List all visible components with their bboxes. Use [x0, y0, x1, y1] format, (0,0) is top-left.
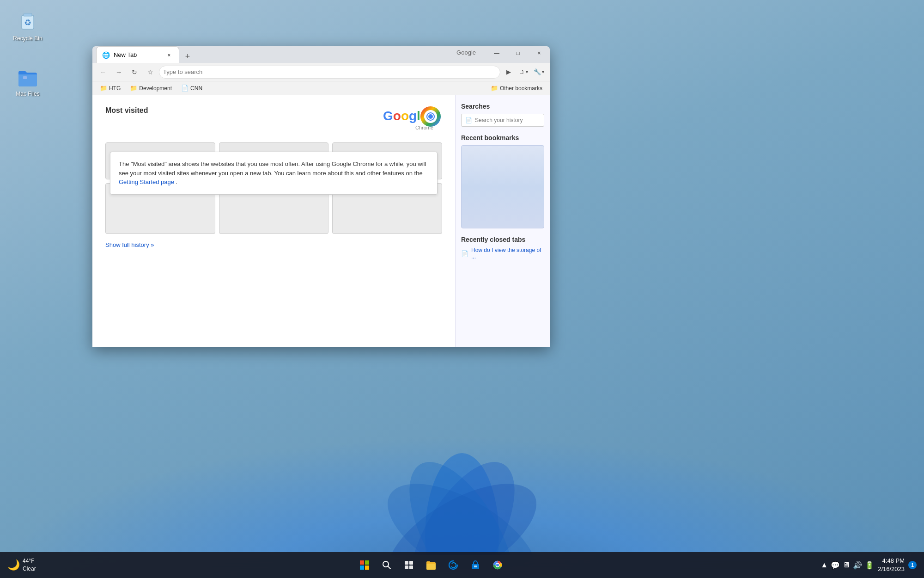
most-visited-tooltip: The "Most visited" area shows the websit… — [110, 152, 438, 195]
recent-bookmarks-title: Recent bookmarks — [461, 134, 544, 141]
thumbnail-grid-top: The "Most visited" area shows the websit… — [105, 142, 442, 179]
svg-rect-19 — [365, 566, 369, 570]
display-icon[interactable]: 🖥 — [843, 561, 850, 569]
weather-widget[interactable]: 🌙 44°F Clear — [7, 557, 36, 573]
search-history-input[interactable] — [475, 117, 544, 123]
searches-section: Searches 📄 — [461, 103, 544, 127]
tooltip-text: The "Most visited" area shows the websit… — [119, 160, 426, 177]
tab-favicon: 🌐 — [102, 51, 110, 59]
other-bookmarks-folder-icon: 📁 — [491, 85, 498, 92]
search-taskbar-button[interactable] — [377, 555, 397, 575]
minimize-button[interactable]: — — [486, 46, 507, 60]
window-controls: — □ × — [486, 46, 550, 60]
section-most-visited: Most visited — [105, 106, 148, 120]
desktop-icon-recycle-bin[interactable]: ♻ Recycle Bin — [9, 9, 46, 43]
svg-rect-25 — [409, 566, 413, 569]
cnn-label: CNN — [190, 85, 202, 92]
searches-title: Searches — [461, 103, 544, 110]
recent-bookmarks-section: Recent bookmarks — [461, 134, 544, 228]
browser-title-label: Google — [456, 49, 476, 56]
file-explorer-button[interactable] — [421, 555, 441, 575]
title-bar: 🌐 New Tab × + Google — □ × — [92, 46, 550, 63]
new-tab-button[interactable]: + — [181, 50, 194, 63]
task-view-button[interactable] — [399, 555, 419, 575]
volume-icon[interactable]: 🔊 — [853, 561, 862, 570]
main-content-area: Most visited Google — [92, 95, 455, 347]
weather-icon: 🌙 — [7, 559, 20, 571]
svg-point-14 — [428, 114, 433, 119]
recently-closed-title: Recently closed tabs — [461, 236, 544, 243]
desktop-icon-mac-files[interactable]: Mac Files — [9, 65, 46, 99]
chrome-logo-area: Google — [382, 103, 442, 137]
recycle-bin-icon: ♻ — [17, 11, 39, 33]
chat-icon[interactable]: 💬 — [831, 561, 840, 570]
bookmark-htg[interactable]: 📁 HTG — [96, 83, 124, 93]
tab-close-btn[interactable]: × — [165, 51, 173, 59]
svg-point-30 — [496, 564, 499, 566]
taskbar-clock[interactable]: 4:48 PM 2/16/2023 — [878, 557, 905, 573]
bookmark-cnn[interactable]: 📄 CNN — [177, 83, 206, 93]
new-page-button[interactable]: 🗋 ▾ — [517, 66, 530, 79]
close-button[interactable]: × — [529, 46, 550, 60]
most-visited-title: Most visited — [105, 106, 148, 115]
chevron-up-icon[interactable]: ▲ — [821, 561, 828, 569]
svg-point-6 — [371, 463, 553, 555]
svg-point-8 — [371, 463, 553, 555]
system-tray[interactable]: ▲ 💬 🖥 🔊 🔋 — [821, 561, 874, 570]
htg-folder-icon: 📁 — [100, 85, 107, 92]
svg-rect-24 — [405, 566, 408, 569]
other-bookmarks[interactable]: 📁 Other bookmarks — [487, 83, 546, 93]
closed-tab-icon: 📄 — [461, 250, 468, 257]
address-input[interactable] — [163, 68, 496, 75]
cnn-page-icon: 📄 — [181, 85, 188, 92]
battery-icon[interactable]: 🔋 — [865, 561, 874, 570]
maximize-button[interactable]: □ — [507, 46, 529, 60]
development-label: Development — [139, 85, 172, 92]
svg-text:Chrome: Chrome — [415, 125, 433, 130]
current-date: 2/16/2023 — [878, 565, 905, 573]
settings-button[interactable]: 🔧 ▾ — [532, 66, 546, 79]
address-bar-container[interactable] — [159, 66, 500, 79]
closed-tab-item[interactable]: 📄 How do I view the storage of ... — [461, 247, 544, 260]
nav-bar: ← → ↻ ☆ ▶ 🗋 ▾ 🔧 ▾ — [92, 63, 550, 81]
svg-point-5 — [389, 446, 536, 555]
bookmark-development[interactable]: 📁 Development — [126, 83, 176, 93]
htg-label: HTG — [109, 85, 121, 92]
svg-rect-1 — [24, 13, 32, 16]
search-history-box[interactable]: 📄 — [461, 114, 544, 127]
getting-started-link[interactable]: Getting Started page — [119, 178, 174, 185]
svg-rect-22 — [405, 561, 408, 565]
mac-files-label: Mac Files — [16, 91, 39, 97]
store-button[interactable] — [465, 555, 486, 575]
svg-rect-16 — [360, 560, 364, 565]
svg-rect-18 — [360, 566, 364, 570]
temperature: 44°F — [23, 557, 36, 565]
chrome-taskbar-button[interactable] — [487, 555, 508, 575]
bookmarks-bar: 📁 HTG 📁 Development 📄 CNN 📁 Other bookma… — [92, 81, 550, 95]
taskbar-center — [354, 555, 508, 575]
forward-button[interactable]: → — [112, 65, 126, 79]
back-button[interactable]: ← — [96, 65, 110, 79]
bookmark-button[interactable]: ☆ — [143, 65, 157, 79]
svg-rect-17 — [365, 560, 369, 565]
notification-badge[interactable]: 1 — [908, 561, 917, 569]
show-history-link[interactable]: Show full history » — [105, 241, 154, 248]
weather-condition: Clear — [23, 565, 36, 573]
closed-tab-label: How do I view the storage of ... — [471, 247, 544, 260]
browser-tab[interactable]: 🌐 New Tab × — [96, 46, 179, 63]
start-button[interactable] — [354, 555, 375, 575]
refresh-button[interactable]: ↻ — [128, 65, 141, 79]
mac-files-icon — [17, 67, 39, 89]
svg-rect-23 — [409, 561, 413, 565]
go-button[interactable]: ▶ — [502, 66, 515, 79]
edge-browser-button[interactable] — [443, 555, 463, 575]
svg-rect-3 — [23, 76, 27, 79]
svg-line-21 — [388, 566, 391, 569]
recycle-bin-label: Recycle Bin — [13, 35, 42, 42]
browser-content: Most visited Google — [92, 95, 550, 347]
tooltip-suffix: . — [176, 178, 178, 185]
search-history-doc-icon: 📄 — [465, 117, 472, 123]
browser-window: 🌐 New Tab × + Google — □ × ← → ↻ ☆ ▶ 🗋 ▾… — [92, 46, 550, 347]
development-folder-icon: 📁 — [130, 85, 137, 92]
current-time: 4:48 PM — [878, 557, 905, 565]
